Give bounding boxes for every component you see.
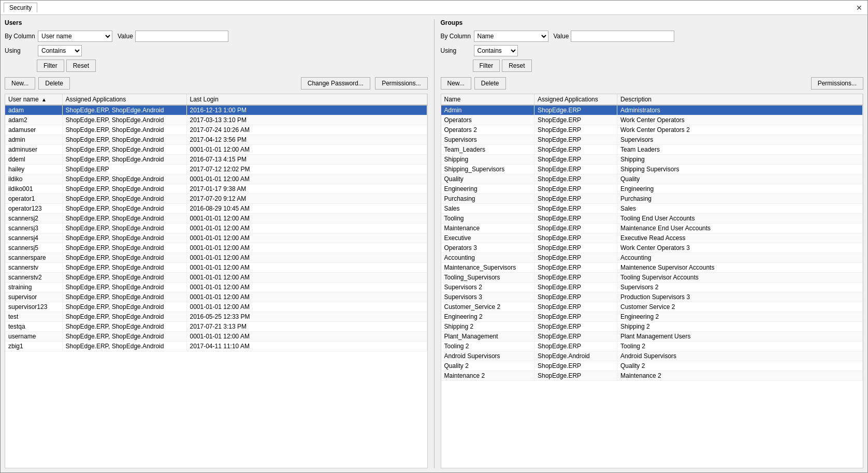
table-row[interactable]: test ShopEdge.ERP, ShopEdge.Android 2016… <box>5 312 427 322</box>
group-apps-cell: ShopEdge.ERP <box>534 204 617 214</box>
table-row[interactable]: scannersj2 ShopEdge.ERP, ShopEdge.Androi… <box>5 214 427 224</box>
table-row[interactable]: Purchasing ShopEdge.ERP Purchasing <box>441 194 863 204</box>
table-row[interactable]: username ShopEdge.ERP, ShopEdge.Android … <box>5 332 427 342</box>
groups-new-button[interactable]: New... <box>441 77 471 90</box>
table-row[interactable]: Sales ShopEdge.ERP Sales <box>441 204 863 214</box>
table-row[interactable]: Tooling_Supervisors ShopEdge.ERP Tooling… <box>441 273 863 283</box>
users-filter-button[interactable]: Filter <box>37 60 64 72</box>
table-row[interactable]: scannerstv2 ShopEdge.ERP, ShopEdge.Andro… <box>5 273 427 283</box>
table-row[interactable]: adminuser ShopEdge.ERP, ShopEdge.Android… <box>5 145 427 155</box>
table-row[interactable]: scannersj3 ShopEdge.ERP, ShopEdge.Androi… <box>5 224 427 233</box>
table-row[interactable]: Plant_Management ShopEdge.ERP Plant Mana… <box>441 332 863 342</box>
group-name-cell: Engineering <box>441 184 534 194</box>
table-row[interactable]: Operators 3 ShopEdge.ERP Work Center Ope… <box>441 243 863 253</box>
table-row[interactable]: Customer_Service 2 ShopEdge.ERP Customer… <box>441 302 863 312</box>
table-row[interactable]: supervisor ShopEdge.ERP, ShopEdge.Androi… <box>5 292 427 302</box>
group-name-cell: Supervisors 3 <box>441 292 534 302</box>
table-row[interactable]: supervisor123 ShopEdge.ERP, ShopEdge.And… <box>5 302 427 312</box>
table-row[interactable]: zbig1 ShopEdge.ERP, ShopEdge.Android 201… <box>5 342 427 351</box>
table-row[interactable]: Accounting ShopEdge.ERP Accounting <box>441 253 863 263</box>
user-apps-cell: ShopEdge.ERP, ShopEdge.Android <box>62 115 186 125</box>
table-row[interactable]: Maintenance ShopEdge.ERP Maintenance End… <box>441 224 863 233</box>
groups-using-select[interactable]: Contains Equals Starts With <box>474 45 518 56</box>
table-row[interactable]: Maintenance 2 ShopEdge.ERP Maintenance 2 <box>441 371 863 381</box>
users-by-column-select[interactable]: User name Assigned Applications Last Log… <box>38 31 112 42</box>
groups-using-label: Using <box>441 47 472 54</box>
table-row[interactable]: Engineering 2 ShopEdge.ERP Engineering 2 <box>441 312 863 322</box>
table-row[interactable]: Tooling 2 ShopEdge.ERP Tooling 2 <box>441 342 863 351</box>
table-row[interactable]: Supervisors 2 ShopEdge.ERP Supervisors 2 <box>441 283 863 292</box>
users-new-button[interactable]: New... <box>5 77 35 90</box>
table-row[interactable]: scannerspare ShopEdge.ERP, ShopEdge.Andr… <box>5 253 427 263</box>
user-login-cell: 0001-01-01 12:00 AM <box>186 263 427 273</box>
close-button[interactable]: ✕ <box>854 4 864 12</box>
table-row[interactable]: ildiko001 ShopEdge.ERP, ShopEdge.Android… <box>5 184 427 194</box>
groups-col-description[interactable]: Description <box>617 94 863 105</box>
table-row[interactable]: straining ShopEdge.ERP, ShopEdge.Android… <box>5 283 427 292</box>
groups-col-apps[interactable]: Assigned Applications <box>534 94 617 105</box>
table-row[interactable]: Executive ShopEdge.ERP Executive Read Ac… <box>441 233 863 243</box>
table-row[interactable]: Operators 2 ShopEdge.ERP Work Center Ope… <box>441 125 863 135</box>
groups-permissions-button[interactable]: Permissions... <box>811 77 863 90</box>
groups-delete-button[interactable]: Delete <box>474 77 506 90</box>
group-name-cell: Executive <box>441 233 534 243</box>
groups-by-column-select[interactable]: Name Assigned Applications Description <box>474 31 548 42</box>
table-row[interactable]: Team_Leaders ShopEdge.ERP Team Leaders <box>441 145 863 155</box>
table-row[interactable]: Android Supervisors ShopEdge.Android And… <box>441 351 863 361</box>
users-using-select[interactable]: Contains Equals Starts With <box>38 45 82 56</box>
users-table-header: User name ▲ Assigned Applications Last L… <box>5 94 427 105</box>
table-row[interactable]: Quality 2 ShopEdge.ERP Quality 2 <box>441 361 863 371</box>
users-reset-button[interactable]: Reset <box>66 60 96 72</box>
users-col-lastlogin[interactable]: Last Login <box>186 94 427 105</box>
users-table-container[interactable]: User name ▲ Assigned Applications Last L… <box>5 94 428 468</box>
table-row[interactable]: scannerstv ShopEdge.ERP, ShopEdge.Androi… <box>5 263 427 273</box>
users-using-row: Using Contains Equals Starts With <box>5 45 428 56</box>
user-apps-cell: ShopEdge.ERP, ShopEdge.Android <box>62 194 186 204</box>
group-desc-cell: Tooling End User Accounts <box>617 214 863 224</box>
table-row[interactable]: Shipping ShopEdge.ERP Shipping <box>441 155 863 165</box>
user-login-cell: 0001-01-01 12:00 AM <box>186 332 427 342</box>
groups-col-name[interactable]: Name <box>441 94 534 105</box>
user-login-cell: 2017-07-24 10:26 AM <box>186 125 427 135</box>
table-row[interactable]: admin ShopEdge.ERP, ShopEdge.Android 201… <box>5 135 427 145</box>
table-row[interactable]: scannersj4 ShopEdge.ERP, ShopEdge.Androi… <box>5 233 427 243</box>
users-permissions-button[interactable]: Permissions... <box>375 77 427 90</box>
users-col-username[interactable]: User name ▲ <box>5 94 62 105</box>
table-row[interactable]: Admin ShopEdge.ERP Administrators <box>441 105 863 115</box>
table-row[interactable]: Maintenance_Supervisors ShopEdge.ERP Mai… <box>441 263 863 273</box>
table-row[interactable]: Supervisors 3 ShopEdge.ERP Production Su… <box>441 292 863 302</box>
table-row[interactable]: ildiko ShopEdge.ERP, ShopEdge.Android 00… <box>5 174 427 184</box>
table-row[interactable]: Supervisors ShopEdge.ERP Supervisors <box>441 135 863 145</box>
user-login-cell: 2017-03-13 3:10 PM <box>186 115 427 125</box>
groups-filter-button[interactable]: Filter <box>473 60 500 72</box>
table-row[interactable]: Tooling ShopEdge.ERP Tooling End User Ac… <box>441 214 863 224</box>
table-row[interactable]: operator1 ShopEdge.ERP, ShopEdge.Android… <box>5 194 427 204</box>
table-row[interactable]: Engineering ShopEdge.ERP Engineering <box>441 184 863 194</box>
table-row[interactable]: testqa ShopEdge.ERP, ShopEdge.Android 20… <box>5 322 427 332</box>
table-row[interactable]: operator123 ShopEdge.ERP, ShopEdge.Andro… <box>5 204 427 214</box>
users-col-apps[interactable]: Assigned Applications <box>62 94 186 105</box>
groups-reset-button[interactable]: Reset <box>502 60 531 72</box>
table-row[interactable]: hailey ShopEdge.ERP 2017-07-12 12:02 PM <box>5 165 427 174</box>
table-row[interactable]: adamuser ShopEdge.ERP, ShopEdge.Android … <box>5 125 427 135</box>
users-change-password-button[interactable]: Change Password... <box>301 77 370 90</box>
groups-toolbar: New... Delete Permissions... <box>441 77 864 90</box>
table-row[interactable]: Shipping 2 ShopEdge.ERP Shipping 2 <box>441 322 863 332</box>
group-apps-cell: ShopEdge.ERP <box>534 312 617 322</box>
users-toolbar: New... Delete Change Password... Permiss… <box>5 77 428 90</box>
table-row[interactable]: adam2 ShopEdge.ERP, ShopEdge.Android 201… <box>5 115 427 125</box>
group-name-cell: Maintenance <box>441 224 534 233</box>
user-name-cell: scannerstv <box>5 263 62 273</box>
table-row[interactable]: Operators ShopEdge.ERP Work Center Opera… <box>441 115 863 125</box>
group-name-cell: Operators 3 <box>441 243 534 253</box>
group-desc-cell: Administrators <box>617 105 863 115</box>
users-delete-button[interactable]: Delete <box>38 77 70 90</box>
table-row[interactable]: Quality ShopEdge.ERP Quality <box>441 174 863 184</box>
users-value-input[interactable] <box>135 31 228 42</box>
groups-value-input[interactable] <box>571 31 674 42</box>
groups-table-container[interactable]: Name Assigned Applications Description A… <box>441 94 864 468</box>
table-row[interactable]: scannersj5 ShopEdge.ERP, ShopEdge.Androi… <box>5 243 427 253</box>
table-row[interactable]: Shipping_Supervisors ShopEdge.ERP Shippi… <box>441 165 863 174</box>
table-row[interactable]: ddeml ShopEdge.ERP, ShopEdge.Android 201… <box>5 155 427 165</box>
table-row[interactable]: adam ShopEdge.ERP, ShopEdge.Android 2016… <box>5 105 427 115</box>
